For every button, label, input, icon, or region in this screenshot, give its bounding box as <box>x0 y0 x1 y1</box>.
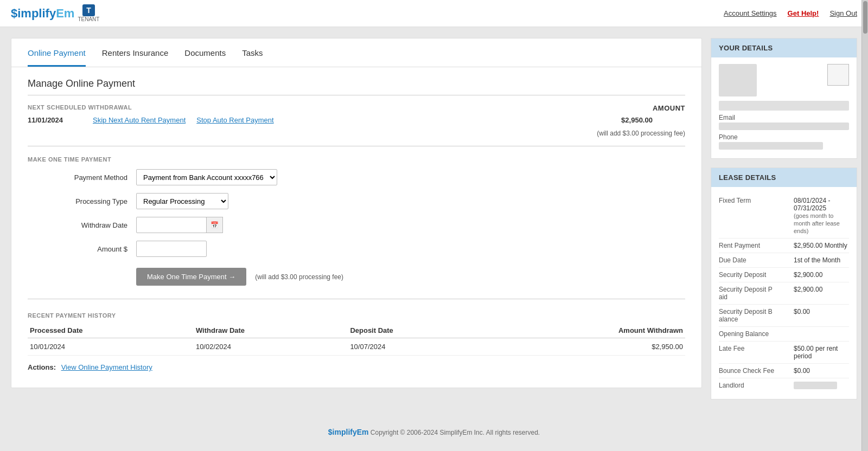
withdrawal-amount: $2,950.00 <box>621 116 653 124</box>
col-amount-withdrawn: Amount Withdrawn <box>486 323 685 338</box>
view-payment-history-link[interactable]: View Online Payment History <box>61 363 152 371</box>
withdraw-date-input: 10/16/2024 📅 <box>136 217 223 233</box>
cell-withdraw-date: 10/02/2024 <box>194 338 348 356</box>
lease-key-opening-bal: Opening Balance <box>719 330 789 338</box>
tabs-bar: Online Payment Renters Insurance Documen… <box>11 38 701 67</box>
logo: $ implify Em T TENANT <box>11 4 99 22</box>
lease-key-rent: Rent Payment <box>719 242 789 249</box>
avatar-photo-box <box>827 64 849 86</box>
header: $ implify Em T TENANT Account Settings G… <box>0 0 868 27</box>
lease-val-late-fee: $50.00 per rent period <box>794 345 849 360</box>
amount-column-label: Amount <box>653 104 685 112</box>
content-body: Manage Online Payment NEXT SCHEDULED WIT… <box>11 67 701 388</box>
email-label: Email <box>719 114 849 121</box>
name-blurred <box>719 101 849 111</box>
col-withdraw-date: Withdraw Date <box>194 323 348 338</box>
skip-next-auto-rent-link[interactable]: Skip Next Auto Rent Payment <box>93 116 186 124</box>
next-scheduled-fee-note: (will add $3.00 processing fee) <box>28 130 685 140</box>
sign-out-link[interactable]: Sign Out <box>829 9 857 17</box>
main-layout: Online Payment Renters Insurance Documen… <box>0 27 868 419</box>
footer-text: Copyright © 2006-2024 SimplifyEm Inc. Al… <box>371 429 540 436</box>
one-time-section-title: MAKE ONE TIME PAYMENT <box>28 156 685 163</box>
lease-details-header: LEASE DETAILS <box>711 168 857 187</box>
lease-key-landlord: Landlord <box>719 382 789 389</box>
lease-val-sec-dep-paid: $2,900.00 <box>794 286 822 301</box>
payment-method-input[interactable]: Payment from Bank Account xxxxx7660 <box>136 169 277 185</box>
withdraw-date-label: Withdraw Date <box>28 221 136 229</box>
cell-processed-date: 10/01/2024 <box>28 338 194 356</box>
footer: $implifyEm Copyright © 2006-2024 Simplif… <box>0 419 868 445</box>
lease-row-sec-dep-paid: Security Deposit Paid $2,900.00 <box>719 282 849 305</box>
lease-row-rent: Rent Payment $2,950.00 Monthly <box>719 239 849 253</box>
lease-key-sec-dep: Security Deposit <box>719 271 789 279</box>
lease-key-due-date: Due Date <box>719 256 789 264</box>
your-details-body: Email Phone <box>711 57 857 158</box>
lease-details-card: LEASE DETAILS Fixed Term 08/01/2024 - 07… <box>711 167 857 400</box>
history-title: RECENT PAYMENT HISTORY <box>28 312 685 319</box>
lease-row-fixed-term: Fixed Term 08/01/2024 - 07/31/2025(goes … <box>719 194 849 239</box>
table-row: 10/01/2024 10/02/2024 10/07/2024 $2,950.… <box>28 338 685 356</box>
processing-type-select[interactable]: Regular Processing Same Day Processing <box>136 193 228 209</box>
logo-dollar: $ <box>11 7 17 21</box>
page-title: Manage Online Payment <box>28 78 685 89</box>
lease-val-sec-dep-bal: $0.00 <box>794 308 810 323</box>
sidebar: YOUR DETAILS Email Phone LEASE DETAILS F… <box>711 38 857 408</box>
avatar-row <box>719 64 849 96</box>
withdrawal-row: 11/01/2024 Skip Next Auto Rent Payment S… <box>28 111 653 130</box>
amount-label: Amount $ <box>28 245 136 253</box>
make-one-time-payment-button[interactable]: Make One Time Payment → <box>136 268 246 286</box>
payment-method-label: Payment Method <box>28 173 136 182</box>
col-processed-date: Processed Date <box>28 323 194 338</box>
submit-fee-note: (will add $3.00 processing fee) <box>255 273 343 281</box>
cell-amount-withdrawn: $2,950.00 <box>486 338 685 356</box>
submit-row: Make One Time Payment → (will add $3.00 … <box>136 268 685 286</box>
logo-text: implify <box>17 7 56 21</box>
tab-tasks[interactable]: Tasks <box>242 48 263 67</box>
email-value-blurred <box>719 123 849 130</box>
lease-val-bounce-fee: $0.00 <box>794 367 810 375</box>
withdraw-date-field[interactable]: 10/16/2024 <box>136 217 207 233</box>
avatar-placeholder <box>719 64 757 96</box>
scrollbar[interactable] <box>861 0 868 445</box>
next-scheduled-header: NEXT SCHEDULED WITHDRAWAL Amount <box>28 104 685 111</box>
history-table: Processed Date Withdraw Date Deposit Dat… <box>28 323 685 356</box>
lease-key-late-fee: Late Fee <box>719 345 789 360</box>
payment-method-row: Payment Method Payment from Bank Account… <box>28 169 685 185</box>
cell-deposit-date: 10/07/2024 <box>348 338 485 356</box>
your-details-header: YOUR DETAILS <box>711 38 857 57</box>
lease-key-fixed-term: Fixed Term <box>719 197 789 235</box>
lease-val-landlord <box>794 382 837 389</box>
lease-row-sec-dep-bal: Security Deposit Balance $0.00 <box>719 305 849 327</box>
lease-key-sec-dep-paid: Security Deposit Paid <box>719 286 789 301</box>
account-settings-link[interactable]: Account Settings <box>724 9 777 17</box>
lease-val-fixed-term: 08/01/2024 - 07/31/2025(goes month to mo… <box>794 197 849 235</box>
payment-method-select[interactable]: Payment from Bank Account xxxxx7660 <box>136 169 277 185</box>
lease-row-landlord: Landlord <box>719 378 849 392</box>
lease-row-due-date: Due Date 1st of the Month <box>719 253 849 268</box>
get-help-link[interactable]: Get Help! <box>788 9 819 17</box>
your-details-card: YOUR DETAILS Email Phone <box>711 38 857 159</box>
amount-field[interactable]: 0.00 <box>136 241 207 257</box>
processing-type-label: Processing Type <box>28 197 136 205</box>
stop-auto-rent-link[interactable]: Stop Auto Rent Payment <box>196 116 273 124</box>
amount-row: Amount $ 0.00 <box>28 241 685 257</box>
lease-val-rent: $2,950.00 Monthly <box>794 242 847 249</box>
lease-val-due-date: 1st of the Month <box>794 256 840 264</box>
processing-type-input[interactable]: Regular Processing Same Day Processing <box>136 193 228 209</box>
scrollbar-thumb[interactable] <box>863 1 867 34</box>
footer-logo: $implifyEm <box>328 428 369 436</box>
lease-details-body: Fixed Term 08/01/2024 - 07/31/2025(goes … <box>711 187 857 399</box>
calendar-button[interactable]: 📅 <box>206 217 223 233</box>
tab-online-payment[interactable]: Online Payment <box>28 48 86 67</box>
content-area: Online Payment Renters Insurance Documen… <box>11 38 702 388</box>
phone-label: Phone <box>719 133 849 141</box>
tab-documents[interactable]: Documents <box>184 48 226 67</box>
amount-input-wrapper: 0.00 <box>136 241 207 257</box>
lease-row-bounce-fee: Bounce Check Fee $0.00 <box>719 364 849 378</box>
lease-row-late-fee: Late Fee $50.00 per rent period <box>719 342 849 364</box>
actions-row: Actions: View Online Payment History <box>28 363 685 371</box>
lease-key-bounce-fee: Bounce Check Fee <box>719 367 789 375</box>
lease-val-sec-dep: $2,900.00 <box>794 271 822 279</box>
tab-renters-insurance[interactable]: Renters Insurance <box>102 48 169 67</box>
lease-row-sec-dep: Security Deposit $2,900.00 <box>719 268 849 282</box>
